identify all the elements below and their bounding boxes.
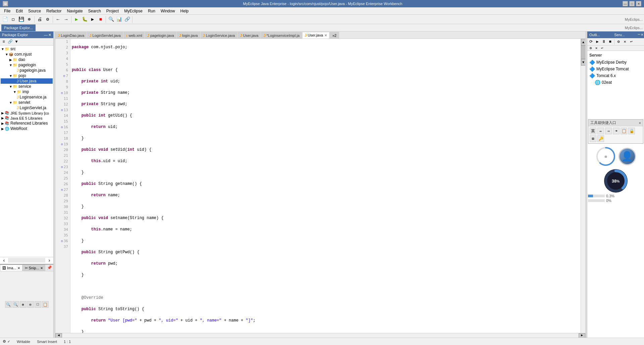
toolbar-back[interactable]: ←	[54, 16, 62, 23]
toolbar-stop[interactable]: ■	[97, 16, 104, 23]
snip-tab-close[interactable]: ✕	[40, 266, 43, 270]
server-tomcat6[interactable]: 🔷 Tomcat 6.x	[588, 72, 643, 79]
ima-tab[interactable]: 🖼 Ima... ✕	[0, 265, 22, 271]
tab-pagelogin[interactable]: J pagelogin.java	[145, 32, 176, 39]
tab-webxml[interactable]: x web.xml	[123, 32, 145, 39]
rp-btn9[interactable]: ✕	[594, 46, 599, 51]
maximize-button[interactable]: □	[629, 1, 635, 6]
expand-webroot[interactable]: ▶	[1, 127, 5, 131]
tree-imp[interactable]: ▼ 📁 imp	[1, 89, 53, 94]
rp-btn3[interactable]: ⏸	[601, 39, 607, 45]
pin-btn[interactable]: 📌	[46, 265, 53, 271]
panel-header-close[interactable]: ✕	[641, 32, 643, 38]
tab-logindao[interactable]: J LoginDao.java	[55, 32, 87, 39]
tool-btn-key[interactable]: 🔑	[597, 135, 604, 142]
server-derby[interactable]: 🔷 MyEclipse Derby	[588, 59, 643, 66]
editor-scrollbar[interactable]: ▲ ▼	[581, 39, 585, 333]
toolbar-save-all[interactable]: ⊕	[25, 16, 33, 23]
menu-edit[interactable]: Edit	[13, 8, 25, 14]
tree-dao[interactable]: ▶ 📁 dao	[1, 57, 53, 62]
toolbar-search[interactable]: 🔍	[107, 16, 115, 23]
panel-minimize[interactable]: —	[44, 33, 48, 37]
toolbar-new2[interactable]: ◻	[9, 16, 17, 23]
toolbar-save[interactable]: 💾	[17, 16, 25, 23]
img-btn3[interactable]: ⊕	[20, 301, 26, 308]
tree-servlet[interactable]: ▼ 📁 servlet	[1, 100, 53, 105]
panel-menu-btn[interactable]: ▼	[13, 39, 19, 45]
menu-navigate[interactable]: Navigate	[64, 8, 85, 14]
close-button[interactable]: ✕	[636, 1, 641, 6]
img-btn6[interactable]: 📋	[42, 301, 49, 308]
tree-pojo[interactable]: ▼ 📁 pojo	[1, 73, 53, 78]
rp-btn5[interactable]: ⚙	[615, 39, 622, 45]
link-btn[interactable]: 🔗	[7, 39, 13, 45]
server-header[interactable]: Serv...	[612, 31, 637, 38]
img-btn1[interactable]: 🔍	[5, 301, 12, 308]
tree-webroot[interactable]: ▶ 🌐 WebRoot	[1, 126, 53, 131]
tree-javaee[interactable]: ▶ 📚 Java EE 5 Libraries	[1, 116, 53, 121]
expand-pagelogin[interactable]: ▼	[9, 63, 13, 67]
rp-btn8[interactable]: ⚙	[588, 46, 593, 51]
outline-header[interactable]: Outli...	[587, 31, 612, 38]
panel-collapse-btn[interactable]: ›	[46, 258, 53, 263]
ima-tab-close[interactable]: ✕	[17, 266, 20, 270]
package-explorer-tab[interactable]: Package Explor...	[1, 24, 36, 31]
panel-close[interactable]: ✕	[48, 33, 51, 37]
expand-javaee[interactable]: ▶	[1, 116, 5, 120]
code-editor[interactable]: package com.njust.pojo; public class Use…	[70, 39, 581, 333]
toolbar-properties[interactable]: ⚙	[44, 16, 51, 23]
toolbar-print[interactable]: 🖨	[36, 16, 43, 23]
collapse-all-btn[interactable]: ≡	[1, 39, 7, 45]
hscroll-left[interactable]: ◄	[55, 333, 62, 338]
tree-loginservlet[interactable]: ▶ J LoginServlet.ja	[1, 105, 53, 111]
toolbar-forward[interactable]: →	[62, 16, 70, 23]
rp-btn10[interactable]: ↩	[599, 46, 605, 51]
tool-btn-arrow2[interactable]: ➜	[613, 128, 620, 134]
rp-btn2[interactable]: ▶	[594, 39, 600, 45]
img-btn2[interactable]: 🔍	[12, 301, 19, 308]
panel-expand-btn[interactable]: ‹	[1, 258, 7, 263]
tool-btn-en[interactable]: 英	[590, 128, 596, 134]
scroll-thumb[interactable]	[581, 46, 585, 59]
menu-myeclipse[interactable]: MyEclipse	[121, 8, 145, 14]
scroll-up[interactable]: ▲	[581, 39, 585, 46]
tree-userjava[interactable]: ▶ J User.java	[1, 78, 53, 84]
hscroll-right[interactable]: ►	[579, 333, 585, 338]
expand-service[interactable]: ▼	[9, 85, 13, 88]
img-btn4[interactable]: ⊖	[27, 301, 34, 308]
tab-loginserviceimpl[interactable]: J *LoginserviceImpl.ja	[261, 32, 302, 39]
rp-btn1[interactable]: ⟳	[588, 39, 594, 45]
menu-run[interactable]: Run	[145, 8, 158, 14]
horizontal-scrollbar[interactable]: ◄ ►	[55, 333, 585, 338]
tab-login[interactable]: J login.java	[177, 32, 200, 39]
panel-header-min[interactable]: —	[638, 32, 640, 38]
menu-search[interactable]: Search	[86, 8, 104, 14]
expand-njust[interactable]: ▼	[5, 53, 9, 56]
tree-loginservice[interactable]: ▶ J Loginservice.ja	[1, 94, 53, 100]
toolbar-run[interactable]: ▶	[73, 16, 80, 23]
rp-btn7[interactable]: ↩	[628, 39, 634, 45]
tree-com-njust[interactable]: ▼ 📦 com.njust	[1, 52, 53, 57]
tab-user-close[interactable]: ✕	[324, 33, 327, 37]
toolbar-outline[interactable]: 📊	[115, 16, 123, 23]
tab-loginservice[interactable]: J LoginService.java	[201, 32, 237, 39]
expand-imp[interactable]: ▼	[13, 90, 17, 94]
tab-overflow[interactable]: »2	[330, 32, 339, 39]
menu-refactor[interactable]: Refactor	[44, 8, 64, 14]
tab-user-active[interactable]: J User.java ✕	[302, 32, 329, 39]
tool-overlay-close[interactable]: ×	[639, 121, 641, 125]
menu-help[interactable]: Help	[178, 8, 192, 14]
tool-btn-arrows[interactable]: ⇒	[605, 128, 612, 134]
tab-user-inactive[interactable]: J User.java	[237, 32, 261, 39]
toolbar-debug[interactable]: 🐛	[81, 16, 88, 23]
rp-btn4[interactable]: ■	[607, 39, 613, 45]
snip-tab[interactable]: ✂ Snip... ✕	[22, 265, 45, 271]
menu-file[interactable]: File	[1, 8, 13, 14]
menu-project[interactable]: Project	[104, 8, 121, 14]
rp-btn6[interactable]: ✕	[622, 39, 628, 45]
tree-pagelogin[interactable]: ▼ 📁 pagelogin	[1, 62, 53, 68]
expand-reflibs[interactable]: ▶	[1, 122, 5, 125]
expand-servlet[interactable]: ▼	[9, 101, 13, 105]
title-bar-controls[interactable]: — □ ✕	[623, 1, 641, 6]
menu-window[interactable]: Window	[158, 8, 178, 14]
